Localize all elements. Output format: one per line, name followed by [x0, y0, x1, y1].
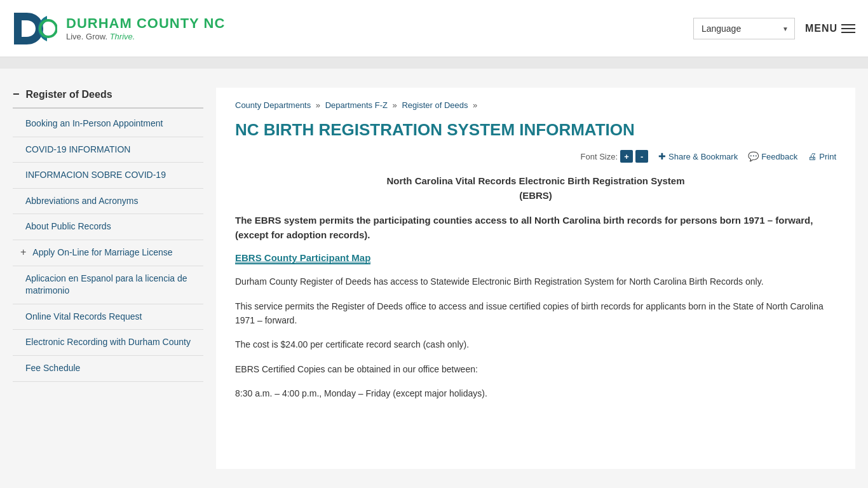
- list-item: Online Vital Records Request: [13, 304, 203, 330]
- sidebar-item-informacion[interactable]: INFORMACION SOBRE COVID-19: [13, 163, 203, 188]
- sidebar-item-marriage-license[interactable]: Apply On-Line for Marriage License: [30, 240, 203, 266]
- sidebar-collapse-icon[interactable]: −: [13, 88, 20, 101]
- sidebar-expand-icon[interactable]: +: [13, 240, 30, 264]
- breadcrumb-register-of-deeds[interactable]: Register of Deeds: [402, 100, 468, 110]
- intro-paragraph: The EBRS system permits the participatin…: [235, 214, 836, 242]
- feedback-icon: 💬: [748, 151, 759, 161]
- sidebar-item-aplicacion[interactable]: Aplicacion en Espanol para la licencia d…: [13, 266, 203, 304]
- font-increase-button[interactable]: +: [620, 150, 633, 163]
- sidebar: − Register of Deeds Booking an In-Person…: [13, 88, 216, 469]
- hamburger-icon: [841, 24, 855, 33]
- body-para-5: 8:30 a.m. – 4:00 p.m., Monday – Friday (…: [235, 386, 836, 400]
- logo-county-name: DURHAM COUNTY NC: [66, 15, 225, 32]
- font-size-label: Font Size:: [581, 152, 618, 161]
- sidebar-title: − Register of Deeds: [13, 88, 203, 109]
- font-decrease-button[interactable]: -: [635, 150, 648, 163]
- main-content: County Departments » Departments F-Z » R…: [216, 88, 855, 469]
- sidebar-item-electronic-recording[interactable]: Electronic Recording with Durham County: [13, 330, 203, 355]
- dco-logo-icon: [13, 10, 57, 48]
- page-title: NC BIRTH REGISTRATION SYSTEM INFORMATION: [235, 120, 836, 140]
- sidebar-nav: Booking an In-Person Appointment COVID-1…: [13, 111, 203, 382]
- print-icon: 🖨: [808, 151, 817, 161]
- share-icon: ✚: [658, 151, 666, 161]
- body-subtitle2: (EBRS): [235, 190, 836, 201]
- body-subtitle: North Carolina Vital Records Electronic …: [235, 175, 836, 186]
- logo-text: DURHAM COUNTY NC Live. Grow. Thrive.: [66, 15, 225, 41]
- breadcrumb: County Departments » Departments F-Z » R…: [235, 100, 836, 110]
- list-item: Electronic Recording with Durham County: [13, 330, 203, 356]
- sidebar-item-public-records[interactable]: About Public Records: [13, 214, 203, 240]
- list-item: About Public Records: [13, 214, 203, 240]
- language-selector-wrapper: Language: [693, 18, 795, 39]
- sidebar-item-covid19[interactable]: COVID-19 INFORMATION: [13, 137, 203, 163]
- body-para-4: EBRS Certified Copies can be obtained in…: [235, 362, 836, 376]
- sidebar-item-abbreviations[interactable]: Abbreviations and Acronyms: [13, 189, 203, 214]
- feedback-link[interactable]: 💬 Feedback: [748, 151, 797, 161]
- ebrs-map-link[interactable]: EBRS County Participant Map: [235, 252, 370, 264]
- body-para-1: Durham County Register of Deeds has acce…: [235, 274, 836, 288]
- breadcrumb-departments-fz[interactable]: Departments F-Z: [325, 100, 388, 110]
- menu-label: MENU: [805, 23, 837, 34]
- language-select[interactable]: Language: [693, 18, 795, 39]
- logo-area: DURHAM COUNTY NC Live. Grow. Thrive.: [13, 10, 225, 48]
- breadcrumb-county-departments[interactable]: County Departments: [235, 100, 311, 110]
- list-item: INFORMACION SOBRE COVID-19: [13, 163, 203, 189]
- sidebar-item-booking[interactable]: Booking an In-Person Appointment: [13, 111, 203, 137]
- header-right: Language MENU: [693, 18, 855, 39]
- body-para-2: This service permits the Register of Dee…: [235, 299, 836, 328]
- list-item: Aplicacion en Espanol para la licencia d…: [13, 266, 203, 304]
- logo-tagline: Live. Grow. Thrive.: [66, 32, 225, 41]
- sidebar-item-fee-schedule[interactable]: Fee Schedule: [13, 356, 203, 381]
- sub-header-bar: [0, 57, 868, 69]
- print-link[interactable]: 🖨 Print: [808, 151, 836, 161]
- site-header: DURHAM COUNTY NC Live. Grow. Thrive. Lan…: [0, 0, 868, 57]
- share-bookmark-link[interactable]: ✚ Share & Bookmark: [658, 151, 738, 161]
- list-item: Abbreviations and Acronyms: [13, 189, 203, 215]
- tools-bar: Font Size: + - ✚ Share & Bookmark 💬 Feed…: [235, 150, 836, 163]
- list-item: + Apply On-Line for Marriage License: [13, 240, 203, 266]
- menu-button[interactable]: MENU: [805, 23, 855, 34]
- sidebar-item-vital-records[interactable]: Online Vital Records Request: [13, 304, 203, 330]
- main-container: − Register of Deeds Booking an In-Person…: [0, 69, 868, 488]
- list-item: COVID-19 INFORMATION: [13, 137, 203, 163]
- body-para-3: The cost is $24.00 per certificate recor…: [235, 337, 836, 351]
- list-item: Booking an In-Person Appointment: [13, 111, 203, 137]
- list-item: Fee Schedule: [13, 356, 203, 382]
- font-size-area: Font Size: + -: [581, 150, 649, 163]
